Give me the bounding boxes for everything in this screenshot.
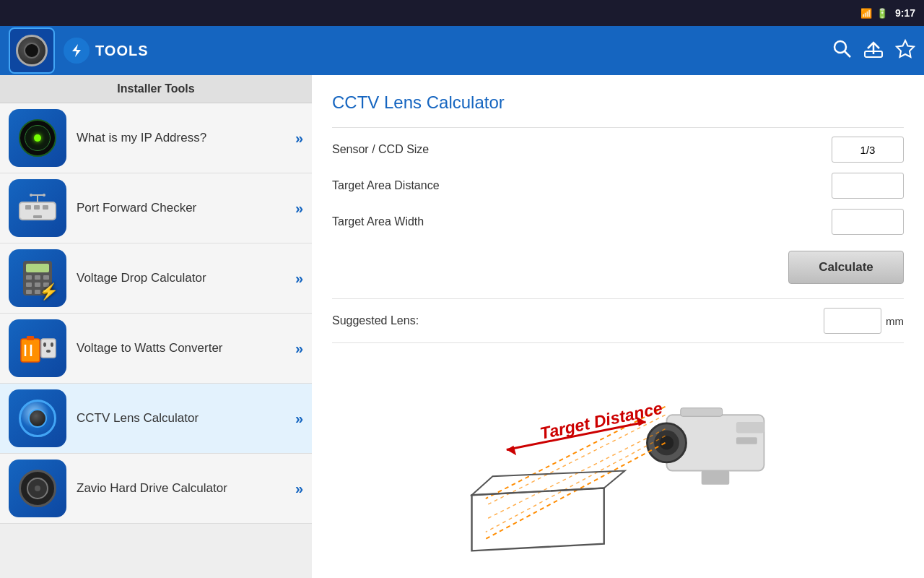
status-bar: 📶 🔋 9:17 [0, 0, 924, 26]
svg-rect-26 [27, 336, 34, 340]
app-logo [9, 27, 55, 74]
ip-address-icon [9, 109, 66, 167]
sidebar-item-zavio-hdd[interactable]: Zavio Hard Drive Calculator » [0, 454, 312, 524]
main-content: Installer Tools What is my IP Address? » [0, 75, 924, 578]
chevron-icon-0: » [295, 130, 303, 147]
svg-line-2 [845, 51, 850, 57]
sidebar-item-voltage-watts[interactable]: Voltage to Watts Converter » [0, 314, 312, 384]
status-icons: 📶 🔋 9:17 [860, 7, 915, 19]
sidebar-item-ip-label: What is my IP Address? [77, 131, 295, 145]
sidebar-item-ip-address[interactable]: What is my IP Address? » [0, 103, 312, 173]
svg-rect-17 [35, 275, 40, 280]
sidebar-item-cctv-lens[interactable]: CCTV Lens Calculator » [0, 384, 312, 454]
sidebar-item-vwatts-label: Voltage to Watts Converter [77, 341, 295, 355]
svg-rect-22 [26, 290, 32, 294]
sidebar-item-cctv-label: CCTV Lens Calculator [77, 411, 295, 426]
width-input[interactable] [832, 209, 904, 235]
svg-line-42 [486, 443, 666, 539]
wifi-icon: 📶 [860, 8, 872, 19]
status-time: 9:17 [895, 7, 915, 19]
top-bar: TOOLS [0, 26, 924, 75]
cctv-lens-icon [9, 389, 66, 447]
sidebar-header: Installer Tools [0, 75, 312, 103]
width-row: Target Area Width [332, 209, 904, 235]
svg-rect-13 [33, 215, 42, 218]
sidebar-item-voltage-drop[interactable]: ⚡ Voltage Drop Calculator » [0, 243, 312, 314]
voltage-drop-icon: ⚡ [9, 249, 66, 307]
divider-2 [332, 298, 904, 299]
right-panel: CCTV Lens Calculator Sensor / CCD Size T… [312, 75, 924, 578]
logo-inner [24, 43, 40, 59]
svg-rect-15 [26, 264, 49, 272]
svg-rect-16 [26, 275, 32, 280]
divider-1 [332, 127, 904, 128]
suggested-lens-label: Suggested Lens: [332, 314, 824, 327]
favorite-button[interactable] [895, 38, 915, 63]
svg-text:Target Distance: Target Distance [539, 399, 664, 443]
width-label: Target Area Width [332, 215, 832, 228]
svg-rect-19 [26, 282, 32, 287]
voltage-watts-icon [9, 319, 66, 377]
sensor-input[interactable] [832, 137, 904, 163]
distance-input[interactable] [832, 173, 904, 199]
distance-label: Target Area Distance [332, 179, 832, 192]
zavio-hdd-icon [9, 460, 66, 517]
tools-label: TOOLS [95, 43, 832, 59]
svg-rect-37 [681, 408, 723, 417]
svg-point-1 [834, 41, 846, 53]
chevron-icon-2: » [295, 270, 303, 287]
panel-content: CCTV Lens Calculator Sensor / CCD Size T… [312, 75, 924, 578]
sensor-row: Sensor / CCD Size [332, 137, 904, 163]
svg-rect-18 [43, 275, 49, 280]
svg-marker-4 [897, 40, 914, 57]
battery-icon: 🔋 [876, 8, 888, 19]
camera-diagram: Target Distance [332, 352, 904, 569]
search-button[interactable] [832, 38, 852, 63]
svg-rect-38 [702, 470, 730, 484]
svg-point-31 [51, 342, 53, 347]
svg-rect-6 [25, 205, 31, 210]
sidebar-item-vdrop-label: Voltage Drop Calculator [77, 271, 295, 285]
sensor-label: Sensor / CCD Size [332, 143, 832, 156]
distance-row: Target Area Distance [332, 173, 904, 199]
divider-3 [332, 342, 904, 343]
svg-rect-7 [34, 205, 40, 210]
suggested-lens-input[interactable] [824, 308, 881, 334]
svg-rect-8 [43, 205, 48, 210]
sidebar-item-zavio-label: Zavio Hard Drive Calculator [77, 481, 295, 496]
logo-circle [16, 35, 48, 66]
svg-marker-47 [472, 470, 625, 495]
top-bar-actions [832, 38, 915, 63]
svg-marker-46 [472, 488, 604, 551]
calculate-button[interactable]: Calculate [788, 251, 904, 284]
suggested-lens-row: Suggested Lens: mm [332, 308, 904, 334]
sidebar-item-port-forward[interactable]: Port Forward Checker » [0, 173, 312, 243]
chevron-icon-4: » [295, 410, 303, 427]
svg-point-32 [46, 350, 51, 353]
sidebar: Installer Tools What is my IP Address? » [0, 75, 312, 578]
svg-rect-39 [736, 422, 764, 433]
panel-title: CCTV Lens Calculator [332, 92, 904, 113]
top-bar-thunder-icon [64, 38, 90, 64]
svg-rect-29 [41, 339, 56, 358]
share-button[interactable] [863, 38, 884, 63]
svg-line-44 [486, 429, 666, 519]
chevron-icon-3: » [295, 340, 303, 357]
sidebar-item-port-label: Port Forward Checker [77, 201, 295, 215]
svg-point-36 [660, 436, 674, 449]
port-forward-icon [9, 179, 66, 237]
svg-marker-0 [72, 44, 81, 57]
svg-point-11 [30, 194, 32, 197]
chevron-icon-1: » [295, 200, 303, 217]
svg-point-30 [43, 342, 46, 347]
chevron-icon-5: » [295, 480, 303, 497]
svg-rect-40 [736, 437, 757, 444]
suggested-lens-unit: mm [886, 315, 904, 327]
svg-point-12 [43, 194, 45, 197]
